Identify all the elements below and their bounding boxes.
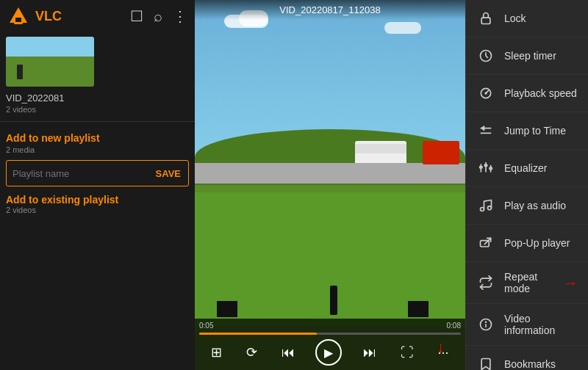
video-background bbox=[195, 0, 465, 370]
add-new-playlist-title: Add to new playlist bbox=[6, 132, 189, 144]
menu-label-popup-player: Pop-Up player bbox=[504, 237, 570, 249]
current-time: 0:05 bbox=[199, 322, 213, 330]
svg-point-12 bbox=[481, 208, 484, 211]
music-icon bbox=[476, 196, 495, 215]
top-icons: ☐ ⌕ ⋮ bbox=[130, 9, 187, 23]
svg-rect-1 bbox=[15, 18, 21, 23]
divider-1 bbox=[0, 121, 195, 122]
next-button[interactable]: ⏭ bbox=[360, 344, 379, 362]
more-button[interactable]: ⋮ bbox=[173, 9, 187, 23]
progress-times: 0:05 0:08 bbox=[199, 322, 461, 330]
video-sub: 2 videos bbox=[0, 105, 195, 118]
left-panel: VLC ☐ ⌕ ⋮ VID_2022081 2 videos Add to ne… bbox=[0, 0, 195, 370]
jump-icon bbox=[476, 121, 495, 140]
gauge-icon bbox=[476, 84, 495, 103]
menu-label-equalizer: Equalizer bbox=[504, 162, 547, 174]
white-vehicle bbox=[355, 141, 406, 163]
box-left bbox=[217, 301, 237, 317]
person bbox=[330, 286, 337, 315]
menu-label-repeat-mode: Repeat mode bbox=[504, 271, 563, 294]
video-title: VID_20220817_112038 bbox=[195, 0, 465, 20]
menu-item-bookmarks[interactable]: Bookmarks bbox=[466, 346, 588, 370]
menu-label-lock: Lock bbox=[504, 12, 526, 24]
menu-item-repeat-mode[interactable]: Repeat mode→ bbox=[466, 262, 588, 304]
total-time: 0:08 bbox=[447, 322, 461, 330]
thumbnail-area bbox=[0, 32, 195, 91]
add-new-playlist-sub: 2 media bbox=[6, 145, 189, 154]
info-icon bbox=[476, 315, 495, 334]
popup-icon bbox=[476, 233, 495, 253]
arrow-indicator-more: ↓ bbox=[437, 338, 445, 357]
app-title: VLC bbox=[35, 9, 130, 24]
menu-label-play-as-audio: Play as audio bbox=[504, 200, 566, 211]
menu-label-playback-speed: Playback speed bbox=[504, 87, 577, 99]
screen-button[interactable]: ⛶ bbox=[398, 344, 417, 362]
audio-track-button[interactable]: ⟳ bbox=[243, 343, 260, 362]
menu-item-playback-speed[interactable]: Playback speed bbox=[466, 75, 588, 112]
top-bar: VLC ☐ ⌕ ⋮ bbox=[0, 0, 195, 32]
progress-fill bbox=[199, 333, 317, 335]
repeat-mode-arrow: → bbox=[563, 275, 578, 291]
menu-item-lock[interactable]: Lock bbox=[466, 0, 588, 37]
svg-rect-2 bbox=[14, 22, 23, 24]
lock-icon bbox=[476, 9, 495, 28]
save-playlist-button[interactable]: SAVE bbox=[148, 168, 188, 179]
playlist-section: Add to new playlist 2 media SAVE Add to … bbox=[0, 125, 195, 370]
video-label: VID_2022081 bbox=[0, 91, 195, 105]
box-right bbox=[408, 301, 429, 317]
subtitle-button[interactable]: ⊞ bbox=[208, 343, 225, 362]
menu-item-equalizer[interactable]: Equalizer bbox=[466, 150, 588, 187]
menu-item-popup-player[interactable]: Pop-Up player bbox=[466, 225, 588, 262]
menu-item-play-as-audio[interactable]: Play as audio bbox=[466, 187, 588, 225]
equalizer-icon bbox=[476, 159, 495, 178]
progress-bar[interactable] bbox=[199, 333, 461, 335]
cast-button[interactable]: ☐ bbox=[130, 9, 143, 23]
playlist-input-row: SAVE bbox=[6, 160, 189, 186]
bookmark-icon bbox=[476, 355, 495, 370]
video-controls: 0:05 0:08 ⊞ ⟳ ⏮ ▶ ⏭ ⛶ ··· bbox=[195, 319, 465, 370]
repeat-icon bbox=[476, 273, 495, 292]
prev-button[interactable]: ⏮ bbox=[279, 344, 298, 362]
menu-label-sleep-timer: Sleep timer bbox=[504, 50, 556, 62]
svg-point-13 bbox=[488, 206, 492, 210]
clock-icon bbox=[476, 46, 495, 65]
vlc-logo-icon bbox=[7, 5, 29, 27]
red-vehicle bbox=[423, 141, 459, 164]
svg-point-5 bbox=[485, 92, 487, 94]
svg-rect-3 bbox=[481, 18, 490, 23]
search-button[interactable]: ⌕ bbox=[154, 9, 162, 23]
thumb-person bbox=[17, 65, 23, 79]
play-button[interactable]: ▶ bbox=[315, 339, 342, 366]
menu-label-bookmarks: Bookmarks bbox=[504, 358, 556, 370]
menu-label-video-information: Video information bbox=[504, 313, 578, 336]
add-existing-title: Add to existing playlist bbox=[6, 194, 189, 206]
menu-item-sleep-timer[interactable]: Sleep timer bbox=[466, 37, 588, 75]
cloud-3 bbox=[384, 22, 421, 34]
playlist-name-input[interactable] bbox=[7, 168, 148, 179]
menu-item-jump-to-time[interactable]: Jump to Time bbox=[466, 112, 588, 150]
menu-label-jump-to-time: Jump to Time bbox=[504, 125, 566, 137]
road bbox=[195, 163, 465, 184]
right-menu: LockSleep timerPlayback speedJump to Tim… bbox=[465, 0, 588, 370]
video-panel: VID_20220817_112038 ↓ 0:05 0:08 bbox=[195, 0, 465, 370]
menu-item-video-information[interactable]: Video information bbox=[466, 304, 588, 346]
add-existing-sub: 2 videos bbox=[6, 206, 189, 214]
control-buttons: ⊞ ⟳ ⏮ ▶ ⏭ ⛶ ··· bbox=[199, 339, 461, 366]
video-thumbnail[interactable] bbox=[6, 37, 94, 87]
